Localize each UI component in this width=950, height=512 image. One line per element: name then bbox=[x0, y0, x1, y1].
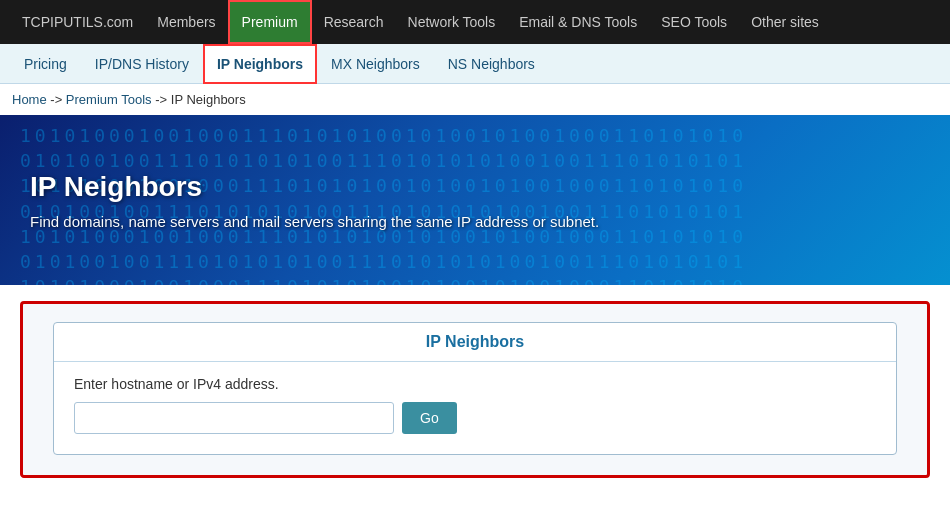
hero-title: IP Neighbors bbox=[30, 171, 920, 203]
breadcrumb-premium-tools[interactable]: Premium Tools bbox=[66, 92, 152, 107]
breadcrumb: Home -> Premium Tools -> IP Neighbors bbox=[0, 84, 950, 115]
hero-banner: 1010100010010001110101010010100101001000… bbox=[0, 115, 950, 285]
subnav-pricing[interactable]: Pricing bbox=[10, 44, 81, 84]
tool-card: IP Neighbors Enter hostname or IPv4 addr… bbox=[53, 322, 897, 455]
brand-link[interactable]: TCPIPUTILS.com bbox=[10, 0, 145, 44]
sub-nav: Pricing IP/DNS History IP Neighbors MX N… bbox=[0, 44, 950, 84]
subnav-ip-neighbors[interactable]: IP Neighbors bbox=[203, 44, 317, 84]
tool-card-title: IP Neighbors bbox=[54, 323, 896, 362]
breadcrumb-home[interactable]: Home bbox=[12, 92, 47, 107]
go-button[interactable]: Go bbox=[402, 402, 457, 434]
tool-card-wrapper: IP Neighbors Enter hostname or IPv4 addr… bbox=[20, 301, 930, 478]
nav-network-tools[interactable]: Network Tools bbox=[396, 0, 508, 44]
tool-card-body: Enter hostname or IPv4 address. Go bbox=[54, 376, 896, 434]
breadcrumb-current: IP Neighbors bbox=[171, 92, 246, 107]
nav-email-dns[interactable]: Email & DNS Tools bbox=[507, 0, 649, 44]
tool-card-input-row: Go bbox=[74, 402, 876, 434]
subnav-ip-dns-history[interactable]: IP/DNS History bbox=[81, 44, 203, 84]
tool-card-prompt: Enter hostname or IPv4 address. bbox=[74, 376, 876, 392]
hero-subtitle: Find domains, name servers and mail serv… bbox=[30, 213, 630, 230]
breadcrumb-sep1: -> bbox=[50, 92, 66, 107]
nav-premium[interactable]: Premium bbox=[228, 0, 312, 44]
subnav-ns-neighbors[interactable]: NS Neighbors bbox=[434, 44, 549, 84]
nav-seo[interactable]: SEO Tools bbox=[649, 0, 739, 44]
nav-research[interactable]: Research bbox=[312, 0, 396, 44]
subnav-mx-neighbors[interactable]: MX Neighbors bbox=[317, 44, 434, 84]
top-nav: TCPIPUTILS.com Members Premium Research … bbox=[0, 0, 950, 44]
nav-members[interactable]: Members bbox=[145, 0, 227, 44]
breadcrumb-sep2: -> bbox=[155, 92, 171, 107]
nav-other-sites[interactable]: Other sites bbox=[739, 0, 831, 44]
hostname-input[interactable] bbox=[74, 402, 394, 434]
